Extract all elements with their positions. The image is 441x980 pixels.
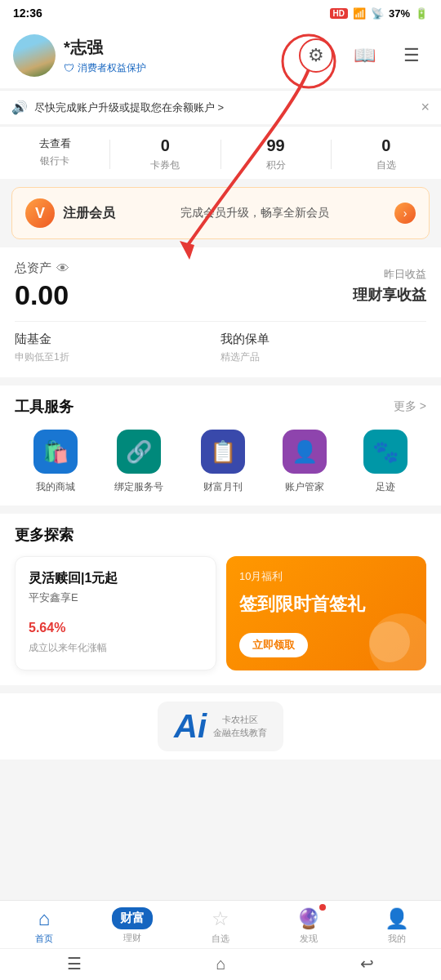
assets-section: 总资产 👁 0.00 昨日收益 理财享收益 陆基金 申购低至1折 我的保单 精选… [0,247,441,377]
tool-item-mall[interactable]: 🛍️ 我的商城 [33,430,78,494]
status-right: HD 📶 📡 37% 🔋 [330,7,428,20]
explore-title: 更多探索 [15,527,74,543]
assets-amount: 0.00 [15,279,69,311]
member-banner[interactable]: V 注册会员 完成会员升级，畅享全新会员 › [11,187,430,239]
member-arrow: › [394,203,416,224]
explore-card-signin[interactable]: 10月福利 签到限时首签礼 立即领取 [226,556,426,670]
explore-signin-main: 签到限时首签礼 [239,594,413,615]
nav-watchlist-num: 0 [381,136,390,155]
ai-sub-text: 卡农社区 金融在线教育 [213,714,267,739]
hd-badge: HD [330,8,348,19]
nav-tabs: ⌂ 首页 财富 理财 ☆ 自选 🔮 发现 👤 [0,901,441,948]
finance-icon-text: 财富 [120,911,145,926]
tab-discover[interactable]: 🔮 发现 [265,907,353,945]
tool-bind-label: 绑定服务号 [114,480,163,494]
avatar-image [13,34,56,77]
assets-products: 陆基金 申购低至1折 我的保单 精选产品 [15,332,426,364]
status-bar: 12:36 HD 📶 📡 37% 🔋 [0,0,441,26]
member-title: 注册会员 [63,205,115,222]
member-desc: 完成会员升级，畅享全新会员 [123,206,386,220]
menu-sys-btn[interactable]: ☰ [67,954,82,973]
discover-icon-wrap: 🔮 [296,907,321,930]
nav-item-points[interactable]: 99 积分 [221,136,331,172]
page-wrapper: 12:36 HD 📶 📡 37% 🔋 *志强 🛡 消费者权益保护 [0,0,441,861]
tool-account-label: 账户管家 [285,480,324,494]
eye-icon[interactable]: 👁 [56,261,69,276]
notice-text: 尽快完成账户升级或提取您在余额账户 > [34,100,409,115]
ai-badge-area: Ai 卡农社区 金融在线教育 [0,693,441,760]
ai-text: Ai [174,708,207,745]
explore-signin-btn[interactable]: 立即领取 [239,633,308,657]
tab-finance[interactable]: 财富 理财 [88,907,176,945]
tab-home[interactable]: ⌂ 首页 [0,907,88,945]
nav-points-num: 99 [267,136,285,155]
wifi-icon: 📡 [371,7,384,20]
chevron-right-icon: › [403,207,408,220]
battery-icon: 🔋 [415,7,428,20]
member-icon: V [25,198,55,228]
speaker-icon: 🔊 [11,100,28,115]
tool-item-account[interactable]: 👤 账户管家 [283,430,327,494]
explore-card-flexible[interactable]: 灵活赎回|1元起 平安鑫享E 5.64% 成立以来年化涨幅 [15,556,216,670]
menu-button[interactable]: ☰ [395,39,428,72]
notice-banner[interactable]: 🔊 尽快完成账户升级或提取您在余额账户 > × [0,90,441,124]
header: *志强 🛡 消费者权益保护 ⚙ 📖 ☰ [0,26,441,88]
asset-product-insurance[interactable]: 我的保单 精选产品 [220,332,426,364]
nav-coupon-label: 卡券包 [150,158,180,172]
user-info: *志强 🛡 消费者权益保护 [64,37,146,75]
badge-text: 消费者权益保护 [78,61,146,75]
tool-footprint-icon: 🐾 [363,430,408,474]
header-left: *志强 🛡 消费者权益保护 [13,34,146,77]
assets-row: 总资产 👁 0.00 昨日收益 理财享收益 [15,261,426,311]
tool-magazine-icon: 📋 [201,430,245,474]
tools-header: 工具服务 更多 > [15,397,426,416]
home-sys-btn[interactable]: ⌂ [216,955,225,973]
tab-finance-label: 理财 [123,932,141,944]
assets-divider [15,321,426,322]
asset-insurance-sub: 精选产品 [220,350,426,364]
explore-flexible-sub: 平安鑫享E [29,590,203,605]
finance-special-icon: 财富 [112,907,153,929]
asset-insurance-title: 我的保单 [220,332,426,347]
tool-item-bind[interactable]: 🔗 绑定服务号 [114,430,163,494]
asset-fund-sub: 申购低至1折 [15,350,220,364]
tool-mall-label: 我的商城 [36,480,75,494]
nav-coupon-num: 0 [161,136,170,155]
back-sys-btn[interactable]: ↩ [360,954,374,973]
shield-icon: 🛡 [64,62,74,74]
explore-signin-top: 10月福利 [239,569,413,584]
tab-mine[interactable]: 👤 我的 [353,907,441,945]
avatar[interactable] [13,34,56,77]
tool-item-footprint[interactable]: 🐾 足迹 [363,430,408,494]
tab-home-label: 首页 [35,933,53,945]
tools-more[interactable]: 更多 > [394,399,426,414]
tab-mine-label: 我的 [388,933,406,945]
explore-flexible-note: 成立以来年化涨幅 [29,641,203,655]
username: *志强 [64,37,146,59]
tools-grid: 🛍️ 我的商城 🔗 绑定服务号 📋 财富月刊 👤 账户管家 🐾 足迹 [15,430,426,494]
nav-points-label: 积分 [266,158,286,172]
assets-yesterday-label: 昨日收益 [353,267,426,282]
tool-item-magazine[interactable]: 📋 财富月刊 [201,430,245,494]
tab-watchlist-label: 自选 [212,933,229,945]
nav-item-coupon[interactable]: 0 卡券包 [110,136,220,172]
nav-item-bankcard[interactable]: 去查看 银行卡 [0,136,109,172]
quick-nav: 去查看 银行卡 0 卡券包 99 积分 0 自选 [0,126,441,179]
asset-product-fund[interactable]: 陆基金 申购低至1折 [15,332,220,364]
user-badge: 🛡 消费者权益保护 [64,61,146,75]
tab-watchlist[interactable]: ☆ 自选 [176,907,265,945]
nav-item-watchlist[interactable]: 0 自选 [332,136,441,172]
system-nav-bar: ☰ ⌂ ↩ [0,948,441,980]
tab-discover-label: 发现 [300,933,318,945]
star-icon: ☆ [212,907,229,930]
assets-title: 总资产 👁 [15,261,69,276]
discover-icon: 🔮 [296,907,321,929]
notice-close-button[interactable]: × [421,99,430,116]
menu-icon: ☰ [403,45,420,66]
settings-button[interactable]: ⚙ [299,38,333,73]
bookmark-button[interactable]: 📖 [348,39,381,72]
asset-fund-title: 陆基金 [15,332,220,347]
assets-left: 总资产 👁 0.00 [15,261,69,311]
explore-section: 更多探索 灵活赎回|1元起 平安鑫享E 5.64% 成立以来年化涨幅 10月福利… [0,514,441,685]
time: 12:36 [13,7,42,20]
